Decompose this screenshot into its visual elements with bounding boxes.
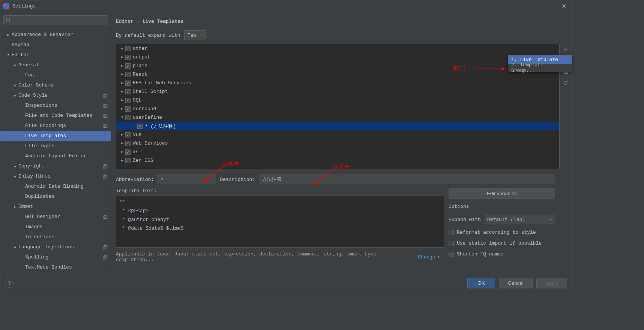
description-input[interactable]	[259, 175, 555, 184]
sidebar-item-language-injections[interactable]: ▶Language Injections	[0, 242, 111, 252]
template-item[interactable]: ▶✓surround	[116, 105, 559, 113]
sidebar-item-emmet[interactable]: ▶Emmet	[0, 202, 111, 212]
reformat-checkbox[interactable]	[449, 230, 454, 235]
sidebar-item-keymap[interactable]: ▶Keymap	[0, 40, 111, 50]
tree-arrow-icon: ▶	[119, 90, 125, 94]
template-item[interactable]: ▼✓userDefine	[116, 113, 559, 122]
template-checkbox[interactable]: ✓	[125, 89, 131, 94]
tree-arrow-icon: ▶	[12, 63, 18, 67]
sidebar-item-editor[interactable]: ▼Editor	[0, 50, 111, 60]
expand-label: By default expand with	[116, 33, 180, 38]
scheme-project-icon	[103, 113, 108, 118]
template-checkbox[interactable]: ✓	[137, 124, 143, 129]
sidebar-item-live-templates[interactable]: ▶Live Templates	[0, 131, 111, 141]
abbreviation-input[interactable]	[158, 175, 216, 184]
sidebar-item-label: Images	[25, 224, 108, 230]
sidebar-item-inlay-hints[interactable]: ▶Inlay Hints	[0, 171, 111, 181]
sidebar-item-inspections[interactable]: ▶Inspections	[0, 100, 111, 110]
template-item[interactable]: ▶✓* (方法注释)	[116, 122, 559, 130]
template-item[interactable]: ▶✓xsl	[116, 148, 559, 156]
template-label: RESTful Web Services	[133, 80, 191, 86]
template-item[interactable]: ▶✓React	[116, 70, 559, 79]
sidebar-item-android-layout-editor[interactable]: ▶Android Layout Editor	[0, 151, 111, 161]
tree-arrow-icon: ▶	[119, 133, 125, 137]
sidebar-item-general[interactable]: ▶General	[0, 60, 111, 70]
template-checkbox[interactable]: ✓	[125, 106, 131, 112]
template-item[interactable]: ▶✓Web Services	[116, 139, 559, 148]
sidebar-item-label: Android Data Binding	[25, 184, 108, 189]
tree-arrow-icon: ▼	[5, 53, 12, 57]
template-checkbox[interactable]: ✓	[125, 55, 131, 60]
applicable-contexts-text: Applicable in Java; Java: statement, exp…	[116, 251, 416, 263]
sidebar-item-label: Duplicates	[25, 194, 108, 199]
sidebar-item-images[interactable]: ▶Images	[0, 222, 111, 232]
scheme-project-icon	[103, 174, 108, 179]
tree-arrow-icon: ▶	[119, 81, 125, 85]
template-checkbox[interactable]: ✓	[125, 63, 131, 69]
sidebar-item-label: Android Layout Editor	[25, 153, 108, 159]
template-checkbox[interactable]: ✓	[125, 46, 131, 51]
sidebar-item-file-encodings[interactable]: ▶File Encodings	[0, 121, 111, 131]
sidebar-item-spelling[interactable]: ▶Spelling	[0, 252, 111, 262]
add-template-button[interactable]: ＋	[561, 45, 570, 54]
template-checkbox[interactable]: ✓	[125, 149, 131, 155]
change-link[interactable]: Change	[418, 254, 435, 260]
sidebar-item-code-style[interactable]: ▶Code Style	[0, 90, 111, 100]
template-text-editor[interactable]: ** * <p></p> * @author chenyf * @date $d…	[116, 195, 444, 248]
expand-with-select[interactable]: Default (Tab)	[484, 215, 555, 224]
template-checkbox[interactable]: ✓	[125, 81, 131, 86]
settings-search-input[interactable]	[3, 15, 108, 25]
sidebar-item-android-data-binding[interactable]: ▶Android Data Binding	[0, 181, 111, 191]
template-item[interactable]: ▶✓Zen CSS	[116, 156, 559, 165]
static-import-checkbox[interactable]	[449, 241, 454, 246]
tree-arrow-icon: ▶	[119, 150, 125, 154]
template-item[interactable]: ▶✓RESTful Web Services	[116, 79, 559, 87]
template-checkbox[interactable]: ✓	[125, 72, 131, 77]
sidebar-item-textmate-bundles[interactable]: ▶TextMate Bundles	[0, 262, 111, 272]
template-checkbox[interactable]: ✓	[125, 115, 131, 120]
template-item[interactable]: ▶✓SQL	[116, 96, 559, 105]
sidebar-item-label: Inlay Hints	[18, 173, 103, 179]
template-checkbox[interactable]: ✓	[125, 98, 131, 103]
template-checkbox[interactable]: ✓	[125, 141, 131, 146]
template-text-label: Template text:	[116, 188, 444, 194]
apply-button[interactable]: Apply	[536, 278, 567, 288]
breadcrumb-editor: Editor	[116, 19, 134, 24]
revert-template-button[interactable]	[561, 78, 570, 87]
template-label: plain	[133, 63, 147, 69]
sidebar-item-duplicates[interactable]: ▶Duplicates	[0, 191, 111, 202]
sidebar-item-color-scheme[interactable]: ▶Color Scheme	[0, 80, 111, 90]
template-label: other	[133, 46, 147, 51]
ok-button[interactable]: OK	[467, 278, 495, 288]
template-item[interactable]: ▶✓Shell Script	[116, 87, 559, 96]
template-item[interactable]: ▶✓other	[116, 44, 559, 53]
sidebar-item-gui-designer[interactable]: ▶GUI Designer	[0, 212, 111, 222]
sidebar-item-label: Spelling	[25, 254, 103, 260]
template-checkbox[interactable]: ✓	[125, 158, 131, 163]
expand-with-default-select[interactable]: Tab	[184, 30, 206, 40]
template-checkbox[interactable]: ✓	[125, 132, 131, 137]
template-label: Web Services	[133, 140, 168, 146]
sidebar-item-label: TextMate Bundles	[25, 264, 108, 270]
tree-arrow-icon: ▶	[119, 107, 125, 111]
cancel-button[interactable]: Cancel	[499, 278, 533, 288]
sidebar-item-label: Live Templates	[25, 133, 108, 139]
template-item[interactable]: ▶✓output	[116, 53, 559, 61]
popup-template-group[interactable]: 2. Template Group...	[508, 64, 572, 72]
template-item[interactable]: ▶✓plain	[116, 61, 559, 70]
tree-arrow-icon: ▼	[119, 116, 125, 119]
edit-variables-button[interactable]: Edit variables	[449, 188, 555, 199]
template-item[interactable]: ▶✓Vue	[116, 130, 559, 139]
sidebar-item-appearance-behavior[interactable]: ▶Appearance & Behavior	[0, 30, 111, 40]
shorten-fq-checkbox[interactable]: ✓	[449, 252, 454, 257]
abbreviation-label: Abbreviation:	[116, 177, 154, 182]
sidebar-item-copyright[interactable]: ▶Copyright	[0, 161, 111, 171]
sidebar-item-file-and-code-templates[interactable]: ▶File and Code Templates	[0, 110, 111, 121]
tree-arrow-icon: ▶	[12, 83, 18, 88]
close-icon[interactable]: ✕	[559, 1, 569, 11]
help-button[interactable]: ?	[5, 279, 14, 288]
breadcrumb-live-templates: Live Templates	[143, 19, 183, 24]
sidebar-item-font[interactable]: ▶Font	[0, 70, 111, 80]
sidebar-item-file-types[interactable]: ▶File Types	[0, 141, 111, 151]
sidebar-item-intentions[interactable]: ▶Intentions	[0, 232, 111, 242]
